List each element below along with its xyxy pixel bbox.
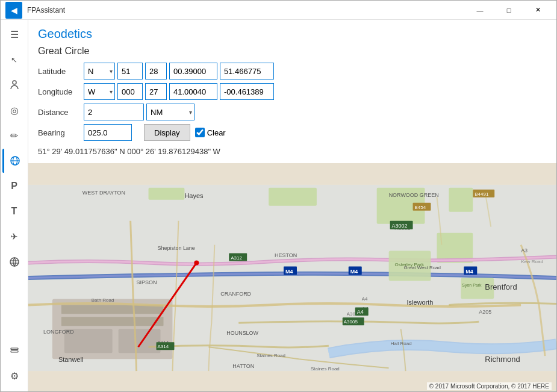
- longitude-row: Longitude E W ▾: [38, 83, 547, 100]
- main-layout: ☰ ↖ ◎ ✏ P T ✈: [1, 20, 556, 392]
- svg-point-4: [10, 258, 19, 266]
- svg-rect-7: [11, 348, 18, 350]
- svg-point-0: [13, 81, 16, 84]
- svg-text:A3: A3: [521, 247, 527, 254]
- sidebar-item-layers[interactable]: [2, 338, 26, 362]
- map-svg: A312 M4 M4 M4 A3005 A314 A3002 B4491 B45…: [28, 163, 556, 392]
- map-copyright: © 2017 Microsoft Corporation, © 2017 HER…: [427, 382, 552, 390]
- svg-text:Bath Road: Bath Road: [92, 297, 114, 303]
- svg-text:A3005: A3005: [344, 319, 358, 325]
- clear-label: Clear: [207, 128, 226, 137]
- latitude-label: Latitude: [38, 67, 81, 76]
- svg-point-79: [194, 261, 199, 266]
- svg-text:B454: B454: [415, 205, 426, 210]
- svg-text:M4: M4: [465, 269, 473, 275]
- svg-text:Staines Road: Staines Road: [257, 353, 285, 358]
- maximize-button[interactable]: □: [495, 1, 523, 20]
- content-area: Geodetics Great Circle Latitude N S ▾: [28, 20, 556, 392]
- sidebar-item-target[interactable]: ◎: [2, 98, 26, 122]
- longitude-degrees-input[interactable]: [117, 83, 143, 100]
- sidebar: ☰ ↖ ◎ ✏ P T ✈: [1, 20, 28, 392]
- svg-text:Syon Park: Syon Park: [462, 283, 482, 288]
- distance-value-input[interactable]: [84, 104, 144, 120]
- close-button[interactable]: ✕: [524, 1, 552, 20]
- svg-text:LONGFORD: LONGFORD: [43, 329, 74, 335]
- svg-text:Stanwell: Stanwell: [58, 356, 83, 363]
- svg-text:A3002: A3002: [392, 223, 408, 229]
- sidebar-item-world[interactable]: [2, 250, 26, 274]
- svg-text:Isleworth: Isleworth: [407, 299, 434, 306]
- distance-unit-select[interactable]: NM KM MI: [146, 104, 194, 120]
- svg-rect-13: [449, 188, 473, 212]
- latitude-row: Latitude N S ▾: [38, 63, 547, 79]
- distance-row: Distance NM KM MI ▾: [38, 104, 547, 120]
- longitude-direction-wrapper[interactable]: E W ▾: [84, 83, 115, 100]
- back-button[interactable]: ◀: [5, 2, 22, 19]
- svg-rect-17: [61, 305, 164, 314]
- display-button[interactable]: Display: [144, 124, 190, 141]
- bearing-row: Bearing Display Clear: [38, 124, 547, 141]
- svg-text:Staines Road: Staines Road: [311, 366, 340, 372]
- svg-text:NORWOOD GREEN: NORWOOD GREEN: [389, 192, 439, 198]
- longitude-direction-select[interactable]: E W: [84, 83, 115, 100]
- latitude-direction-wrapper[interactable]: N S ▾: [84, 63, 115, 79]
- subsection-title: Great Circle: [38, 46, 547, 57]
- svg-text:Brentford: Brentford: [485, 282, 517, 291]
- svg-text:HOUNSLOW: HOUNSLOW: [226, 330, 258, 336]
- svg-text:A205: A205: [479, 309, 491, 315]
- sidebar-item-settings[interactable]: ⚙: [2, 364, 26, 388]
- svg-rect-14: [269, 188, 317, 206]
- latitude-degrees-input[interactable]: [117, 63, 143, 79]
- result-text: 51° 29' 49.011757636" N 000° 26' 19.8761…: [38, 145, 547, 158]
- section-title: Geodetics: [38, 27, 547, 41]
- svg-text:Hall Road: Hall Road: [391, 341, 412, 346]
- svg-text:A4: A4: [357, 309, 364, 315]
- latitude-seconds-input[interactable]: [169, 63, 217, 79]
- svg-text:CRANFORD: CRANFORD: [220, 291, 251, 297]
- latitude-direction-select[interactable]: N S: [84, 63, 115, 79]
- app-title: FPAssistant: [27, 6, 65, 14]
- svg-text:Great West Road: Great West Road: [404, 265, 441, 270]
- sidebar-item-person[interactable]: [2, 73, 26, 97]
- minimize-button[interactable]: —: [466, 1, 494, 20]
- latitude-decimal-input[interactable]: [220, 63, 274, 79]
- sidebar-item-cursor[interactable]: ↖: [2, 48, 26, 72]
- svg-rect-18: [61, 317, 164, 326]
- latitude-minutes-input[interactable]: [145, 63, 167, 79]
- svg-rect-8: [11, 351, 18, 353]
- svg-text:Richmond: Richmond: [485, 355, 520, 364]
- svg-text:M4: M4: [350, 269, 358, 275]
- sidebar-item-hamburger[interactable]: ☰: [2, 22, 26, 46]
- clear-checkbox[interactable]: [195, 128, 205, 137]
- clear-checkbox-label[interactable]: Clear: [195, 128, 226, 137]
- svg-text:M4: M4: [285, 269, 293, 275]
- longitude-label: Longitude: [38, 87, 81, 96]
- longitude-seconds-input[interactable]: [169, 83, 217, 100]
- longitude-minutes-input[interactable]: [145, 83, 167, 100]
- distance-label: Distance: [38, 108, 81, 117]
- svg-text:SIPSON: SIPSON: [137, 279, 157, 285]
- bearing-value-input[interactable]: [84, 124, 132, 141]
- window-controls: — □ ✕: [466, 1, 552, 20]
- longitude-decimal-input[interactable]: [220, 83, 274, 100]
- bearing-label: Bearing: [38, 128, 81, 137]
- sidebar-item-t[interactable]: T: [2, 199, 26, 223]
- svg-text:A4: A4: [362, 296, 368, 302]
- svg-text:A314: A314: [158, 344, 169, 349]
- map-area[interactable]: A312 M4 M4 M4 A3005 A314 A3002 B4491 B45…: [28, 163, 556, 392]
- back-icon: ◀: [11, 5, 17, 15]
- svg-text:A312: A312: [231, 255, 242, 261]
- svg-text:B4491: B4491: [475, 191, 489, 197]
- sidebar-item-pencil[interactable]: ✏: [2, 123, 26, 148]
- sidebar-item-globe[interactable]: [2, 149, 26, 173]
- sidebar-item-p[interactable]: P: [2, 174, 26, 198]
- sidebar-item-plane[interactable]: ✈: [2, 225, 26, 249]
- top-panel: Geodetics Great Circle Latitude N S ▾: [28, 20, 556, 163]
- svg-text:WEST DRAYTON: WEST DRAYTON: [82, 190, 125, 196]
- title-bar: ◀ FPAssistant — □ ✕: [1, 1, 556, 20]
- svg-text:HESTON: HESTON: [275, 252, 297, 258]
- svg-rect-15: [149, 188, 185, 200]
- svg-text:HATTON: HATTON: [232, 363, 254, 369]
- distance-unit-wrapper[interactable]: NM KM MI ▾: [146, 104, 194, 120]
- svg-rect-20: [119, 329, 161, 353]
